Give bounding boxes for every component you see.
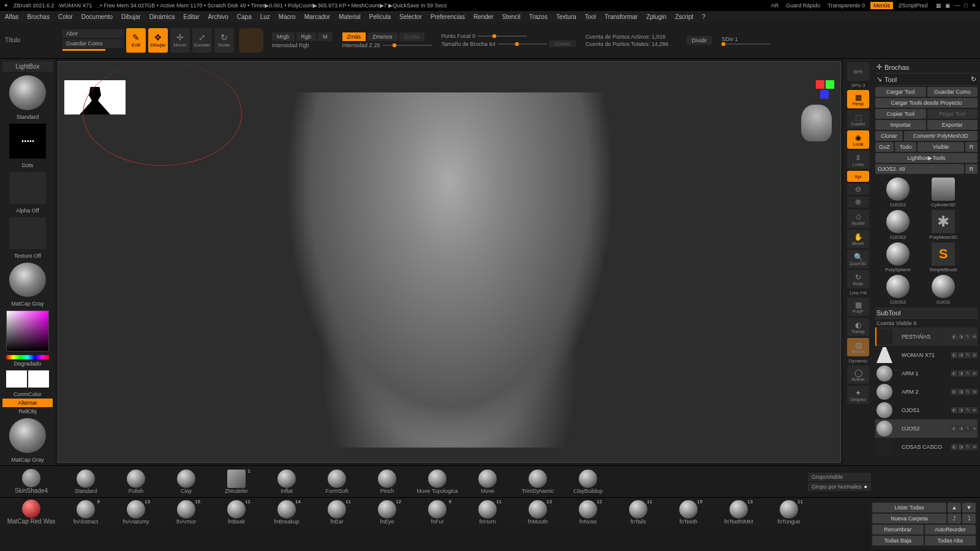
import-button[interactable]: Importar (875, 120, 926, 130)
tool-item[interactable]: PolySphere (876, 242, 919, 272)
menu-item[interactable]: Textura (556, 13, 576, 20)
brush-thumb[interactable] (9, 75, 46, 110)
tool-item[interactable]: Cylinder3D (922, 178, 965, 208)
subtool-item[interactable]: PESTAÑAS◐◑✎👁 (875, 328, 978, 346)
move-down-icon[interactable]: ⤵ (962, 514, 976, 523)
tool-item[interactable]: ✱PolyMesh3D (922, 210, 965, 240)
imm-brush[interactable]: 14fnBreakup (265, 500, 309, 525)
spix-label[interactable]: SPix 3 (851, 83, 865, 88)
z-intensity-slider[interactable] (383, 45, 432, 46)
camera-preview[interactable] (801, 105, 832, 141)
shelf-brush[interactable]: TrimDynamic (516, 470, 560, 494)
menu-item[interactable]: Macro (279, 13, 296, 20)
focal-slider[interactable] (478, 36, 527, 37)
rename-button[interactable]: Renombrar (872, 525, 924, 534)
stroke-thumb[interactable] (9, 124, 46, 159)
goz-button[interactable]: GoZ (875, 142, 894, 152)
menu-item[interactable]: Capa (237, 13, 252, 20)
material-orb-2[interactable] (22, 500, 40, 518)
brush-slider[interactable] (498, 43, 547, 45)
reload-icon[interactable]: ↻ (971, 75, 976, 83)
rgb-button[interactable]: Rgb (296, 32, 317, 41)
menu-item[interactable]: Preferencias (431, 13, 465, 20)
shelf-brush[interactable]: Polish (114, 470, 158, 494)
lightbox-tools-button[interactable]: Lightbox▶Tools (875, 153, 978, 163)
zsub-button[interactable]: Zmenos (368, 32, 398, 41)
imm-brush[interactable]: 12fnEye (365, 500, 409, 525)
current-tool-label[interactable]: OJOS2. 49 (875, 164, 964, 174)
open-button[interactable]: Abrir (62, 29, 124, 38)
eye-icon[interactable]: ◐ (951, 334, 957, 340)
menu-item[interactable]: Película (369, 13, 391, 20)
move-button[interactable]: ✋Mover (847, 230, 869, 248)
fillobj-label[interactable]: RellObj (2, 408, 53, 414)
shelf-brush[interactable]: Move (466, 470, 510, 494)
z-intensity-label[interactable]: Intensidad Z 25 (342, 42, 380, 48)
local-button[interactable]: ◉Local (847, 130, 869, 149)
autoreorder-button[interactable]: AutoReorder (925, 525, 976, 534)
imm-brush[interactable]: 11fnEar (315, 500, 359, 525)
gradient-label[interactable]: Degradado (2, 361, 53, 367)
load-tool-button[interactable]: Cargar Tool (875, 87, 926, 97)
material-thumb[interactable] (9, 263, 46, 298)
subtool-item[interactable]: OJOS2◐◑✎👁 (875, 419, 978, 438)
imm-brush[interactable]: 13fnTeethIMM (717, 500, 761, 525)
brush-icon[interactable]: ✎ (965, 334, 971, 340)
texture-thumb[interactable] (9, 217, 46, 249)
edit-mode-button[interactable]: ✎Edit (126, 28, 146, 53)
subtool-item[interactable]: WOMAN X71◐◑✎👁 (875, 346, 978, 364)
imm-brush[interactable]: 9fnFur (415, 500, 459, 525)
menu-item[interactable]: Dibujar (121, 13, 141, 20)
menu-item[interactable]: Archivo (208, 13, 228, 20)
shelf-brush[interactable]: Standard (64, 470, 108, 494)
divide-button[interactable]: Dividir (687, 36, 712, 45)
menu-item[interactable]: Color (58, 13, 73, 20)
maximize-icon[interactable]: □ (964, 2, 967, 9)
convert-button[interactable]: Convertir PolyMesh3D (904, 131, 978, 141)
load-project-button[interactable]: Cargar Tools desde Proyecto (875, 98, 978, 108)
viewport[interactable] (58, 61, 841, 463)
tool-panel-title[interactable]: ↘Tool↻ (875, 73, 978, 86)
menu-item[interactable]: Trazos (529, 13, 548, 20)
sdiv-slider[interactable] (722, 43, 771, 45)
transparent-label[interactable]: Transparente 0 (826, 2, 867, 9)
menu-item[interactable]: Transformar (605, 13, 638, 20)
window-grid-icon[interactable]: ▦ (936, 2, 941, 9)
imm-brush[interactable]: 11fnTails (616, 500, 660, 525)
menu-item[interactable]: Material (339, 13, 361, 20)
menu-item[interactable]: Stencil (502, 13, 521, 20)
imm-brush[interactable]: 11fnHorn (466, 500, 510, 525)
visible-count[interactable]: Cuenta Visible 9 (875, 319, 978, 328)
dynamic-button[interactable]: Dynamic (549, 40, 576, 47)
locks-button[interactable]: ⇕Locks (847, 151, 869, 169)
ar-tag[interactable]: AR (769, 2, 781, 9)
quicksave-button[interactable]: Guard Rápido (784, 2, 822, 9)
tool-item[interactable]: 7OJOS2 (876, 275, 919, 305)
m-button[interactable]: M (318, 32, 333, 41)
eye-icon[interactable]: ◑ (958, 334, 964, 340)
menu-item[interactable]: Documento (81, 13, 113, 20)
brush-size-label[interactable]: Tamaño de Brocha 64 (442, 41, 496, 47)
shelf-brush[interactable]: ClayBuildup (566, 470, 610, 494)
color-swatch-alt[interactable] (28, 370, 49, 388)
save-tool-button[interactable]: Guardar Como (927, 87, 978, 97)
imm-brush[interactable]: 15fnTeeth (666, 500, 710, 525)
activate-button[interactable]: ◯Activar (847, 365, 869, 384)
tool-item[interactable]: OJOS (922, 275, 965, 305)
new-folder-button[interactable]: Nueva Carpeta (872, 514, 946, 523)
move-mode-button[interactable]: ✢Mover (170, 28, 190, 53)
group-normals-button[interactable]: Grupo por Normales● (808, 482, 871, 491)
subtool-item[interactable]: ARM 2◐◑✎👁 (875, 383, 978, 401)
polyf-button[interactable]: ▦PolyF (847, 298, 869, 316)
explode-button[interactable]: ✦Despiez (847, 386, 869, 404)
zoom-out-button[interactable]: ⊖ (847, 184, 869, 195)
hue-slider[interactable] (6, 355, 49, 360)
tool-item[interactable]: 7OJOS2 (876, 178, 919, 208)
imm-brush[interactable]: 12fnNose (566, 500, 610, 525)
export-button[interactable]: Exportar (927, 120, 978, 130)
visibility-icon[interactable]: 👁 (971, 334, 978, 340)
saveas-button[interactable]: Guardar Como (62, 39, 124, 48)
stroke-preview[interactable] (239, 28, 263, 53)
mrgb-button[interactable]: Mrgb (272, 32, 295, 41)
zoom3d-button[interactable]: 🔍Zoom3D (847, 250, 869, 268)
